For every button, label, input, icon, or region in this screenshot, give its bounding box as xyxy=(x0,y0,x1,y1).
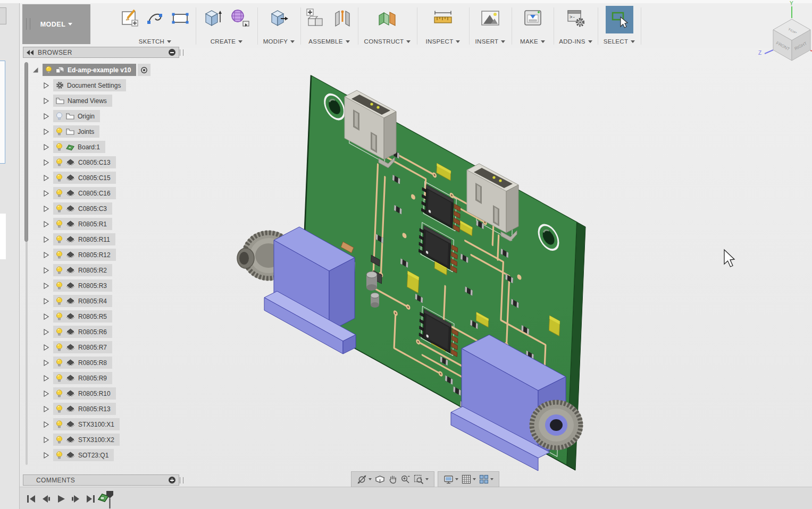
toolbar-grip[interactable] xyxy=(26,18,30,30)
tree-item-chip[interactable]: R0805:R1 xyxy=(53,218,112,230)
browser-tree-item[interactable]: Document Settings xyxy=(30,78,150,93)
browser-tree-item[interactable]: R0805:R13 xyxy=(30,401,150,417)
toolbar-dropdown-addins[interactable]: ADD-INS xyxy=(559,38,592,45)
browser-tree-item[interactable]: R0805:R12 xyxy=(30,247,150,262)
toolbar-dropdown-construct[interactable]: CONSTRUCT xyxy=(364,38,411,45)
expand-node-icon[interactable] xyxy=(169,477,175,483)
browser-tree-item[interactable]: R0805:R1 xyxy=(30,216,150,232)
chevron-down-icon[interactable] xyxy=(490,478,493,480)
visibility-bulb-on-icon[interactable] xyxy=(56,205,63,213)
browser-tree-item[interactable]: R0805:R6 xyxy=(30,324,150,340)
tree-item-chip[interactable]: R0805:R7 xyxy=(53,341,112,353)
browser-tree-item[interactable]: C0805:C16 xyxy=(30,185,150,201)
toolbar-dropdown-select[interactable]: SELECT xyxy=(604,38,635,45)
tree-item-chip[interactable]: R0805:R13 xyxy=(53,403,116,415)
go-to-end-button[interactable] xyxy=(85,493,96,505)
3d-print-icon[interactable] xyxy=(523,8,543,31)
visibility-bulb-on-icon[interactable] xyxy=(56,451,63,460)
browser-tree-item[interactable]: R0805:R4 xyxy=(30,293,150,309)
visibility-bulb-on-icon[interactable] xyxy=(56,374,63,383)
visibility-bulb-on-icon[interactable] xyxy=(56,343,63,352)
grid-button[interactable] xyxy=(462,474,476,484)
expand-arrow-icon[interactable] xyxy=(43,97,50,105)
create-form-icon[interactable] xyxy=(229,7,250,32)
expand-arrow-icon[interactable] xyxy=(43,452,50,459)
chevron-down-icon[interactable] xyxy=(369,478,372,480)
expand-arrow-icon[interactable] xyxy=(43,298,50,305)
expand-arrow-icon[interactable] xyxy=(43,267,50,274)
visibility-bulb-on-icon[interactable] xyxy=(56,220,63,228)
browser-tree-item[interactable]: C0805:C13 xyxy=(30,155,150,170)
go-to-start-button[interactable] xyxy=(26,493,37,505)
joint-icon[interactable] xyxy=(332,8,353,31)
expand-arrow-icon[interactable] xyxy=(43,82,50,89)
expand-arrow-icon[interactable] xyxy=(43,375,50,382)
create-sketch-icon[interactable] xyxy=(121,8,140,31)
chevron-down-icon[interactable] xyxy=(425,478,429,480)
orbit-button[interactable] xyxy=(357,474,372,485)
tree-item-chip[interactable]: R0805:R12 xyxy=(53,249,116,261)
tree-item-chip[interactable]: C0805:C13 xyxy=(53,156,116,168)
tree-item-chip[interactable]: Document Settings xyxy=(53,79,126,91)
tree-item-chip[interactable]: Origin xyxy=(53,110,100,122)
expand-arrow-icon[interactable] xyxy=(43,421,50,428)
browser-tree-item[interactable]: Origin xyxy=(30,108,150,124)
browser-tree-item[interactable]: R0805:R7 xyxy=(30,340,150,355)
visibility-bulb-on-icon[interactable] xyxy=(56,389,63,398)
select-tool-active[interactable] xyxy=(606,6,633,33)
new-component-icon[interactable] xyxy=(306,8,326,31)
expand-arrow-icon[interactable] xyxy=(43,251,50,259)
browser-tree-item[interactable]: STX3100:X2 xyxy=(30,432,150,447)
tree-item-chip[interactable]: R0805:R4 xyxy=(53,295,112,307)
tree-item-chip[interactable]: C0805:C16 xyxy=(53,187,116,199)
expand-arrow-icon[interactable] xyxy=(43,282,50,290)
scripts-addins-icon[interactable]: >- xyxy=(565,8,587,31)
expand-arrow-icon[interactable] xyxy=(43,113,50,120)
expand-arrow-icon[interactable] xyxy=(43,405,50,413)
visibility-bulb-on-icon[interactable] xyxy=(56,420,63,429)
visibility-bulb-on-icon[interactable] xyxy=(56,359,63,367)
tree-item-chip[interactable]: Ed-amp-example v10 xyxy=(43,64,136,76)
visibility-bulb-on-icon[interactable] xyxy=(56,128,63,136)
expand-arrow-icon[interactable] xyxy=(43,128,50,135)
collapse-left-icon[interactable] xyxy=(27,50,34,55)
browser-tree-item[interactable]: Board:1 xyxy=(30,139,150,155)
tree-item-chip[interactable]: R0805:R5 xyxy=(53,310,112,323)
expand-arrow-icon[interactable] xyxy=(43,313,50,320)
browser-tree-item[interactable]: R0805:R10 xyxy=(30,386,150,401)
tree-item-chip[interactable]: R0805:R3 xyxy=(53,279,112,292)
panel-drag-handle[interactable] xyxy=(180,49,183,56)
visibility-bulb-on-icon[interactable] xyxy=(56,312,63,321)
browser-header[interactable]: BROWSER xyxy=(23,47,179,58)
measure-icon[interactable] xyxy=(432,8,454,31)
browser-tree-item[interactable]: C0805:C15 xyxy=(30,170,150,185)
workspace-switcher[interactable]: MODEL xyxy=(22,4,90,44)
toolbar-dropdown-inspect[interactable]: INSPECT xyxy=(426,38,461,45)
tree-item-chip[interactable]: C0805:C15 xyxy=(53,172,116,184)
browser-tree-item[interactable]: R0805:R9 xyxy=(30,370,150,386)
tree-item-chip[interactable]: C0805:C3 xyxy=(53,202,112,215)
chevron-down-icon[interactable] xyxy=(473,478,476,480)
tree-item-chip[interactable]: R0805:R10 xyxy=(53,387,116,400)
browser-tree-item[interactable]: R0805:R2 xyxy=(30,262,150,278)
zoom-button[interactable] xyxy=(400,474,411,485)
browser-tree-item[interactable]: R0805:R3 xyxy=(30,278,150,293)
expand-arrow-icon[interactable] xyxy=(43,220,50,228)
expand-arrow-icon[interactable] xyxy=(43,174,50,182)
tree-item-chip[interactable]: Board:1 xyxy=(53,141,105,153)
viewports-button[interactable] xyxy=(479,474,493,484)
tree-item-chip[interactable]: SOT23:Q1 xyxy=(53,449,114,461)
tree-item-chip[interactable]: R0805:R8 xyxy=(53,357,112,369)
display-settings-button[interactable] xyxy=(443,475,458,484)
visibility-bulb-on-icon[interactable] xyxy=(56,189,63,198)
visibility-bulb-on-icon[interactable] xyxy=(56,266,63,275)
browser-tree-item[interactable]: Joints xyxy=(30,124,150,139)
visibility-bulb-on-icon[interactable] xyxy=(45,66,52,74)
expand-arrow-icon[interactable] xyxy=(43,359,50,367)
browser-tree-item[interactable]: R0805:R5 xyxy=(30,309,150,324)
expand-arrow-icon[interactable] xyxy=(43,344,50,351)
browser-tree-item[interactable]: C0805:C3 xyxy=(30,201,150,216)
toolbar-dropdown-make[interactable]: MAKE xyxy=(520,38,545,45)
browser-tree-item[interactable]: R0805:R8 xyxy=(30,355,150,370)
browser-tree-item[interactable]: SOT23:Q1 xyxy=(30,447,150,463)
